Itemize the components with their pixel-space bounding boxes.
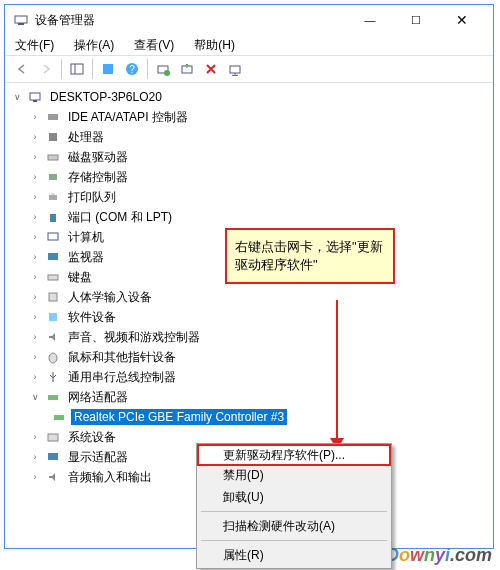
system-icon [45,429,61,445]
tree-node[interactable]: ›声音、视频和游戏控制器 [7,327,491,347]
svg-rect-1 [18,23,24,25]
help-button[interactable]: ? [121,58,143,80]
svg-rect-4 [103,64,113,74]
svg-rect-16 [49,174,57,180]
port-icon [45,209,61,225]
expand-icon[interactable]: › [29,352,41,362]
back-button[interactable] [11,58,33,80]
menu-view[interactable]: 查看(V) [130,36,178,55]
tree-node[interactable]: ›端口 (COM 和 LPT) [7,207,491,227]
tree-node[interactable]: ›存储控制器 [7,167,491,187]
svg-rect-14 [49,133,57,141]
titlebar[interactable]: 设备管理器 — ☐ ✕ [5,5,493,35]
svg-rect-26 [48,395,58,400]
tree-label: 存储控制器 [65,168,131,187]
forward-button[interactable] [35,58,57,80]
expand-icon[interactable]: › [29,212,41,222]
tree-node[interactable]: ›通用串行总线控制器 [7,367,491,387]
tree-node[interactable]: ›打印队列 [7,187,491,207]
tree-label: 磁盘驱动器 [65,148,131,167]
disable-button[interactable] [224,58,246,80]
svg-rect-29 [48,453,58,460]
close-button[interactable]: ✕ [439,5,485,35]
ctx-update-driver[interactable]: 更新驱动程序软件(P)... [197,444,391,466]
ctx-disable[interactable]: 禁用(D) [199,464,389,486]
ide-icon [45,109,61,125]
disk-icon [45,149,61,165]
tree-node-network[interactable]: ∨网络适配器 [7,387,491,407]
properties-button[interactable] [97,58,119,80]
tree-label: 打印队列 [65,188,119,207]
expand-icon[interactable]: › [29,292,41,302]
expand-icon[interactable]: › [29,312,41,322]
menu-action[interactable]: 操作(A) [70,36,118,55]
tree-node[interactable]: ›磁盘驱动器 [7,147,491,167]
tree-label-selected: Realtek PCIe GBE Family Controller #3 [71,409,287,425]
separator [201,511,387,512]
expand-icon[interactable]: › [29,432,41,442]
svg-rect-20 [48,233,58,240]
svg-rect-10 [230,66,240,73]
display-icon [45,449,61,465]
uninstall-button[interactable] [200,58,222,80]
tree-node[interactable]: ›人体学输入设备 [7,287,491,307]
separator [92,59,93,79]
expand-icon[interactable]: › [29,272,41,282]
expand-icon[interactable]: › [29,132,41,142]
svg-rect-2 [71,64,83,74]
usb-icon [45,369,61,385]
expand-icon[interactable]: › [29,112,41,122]
ctx-uninstall[interactable]: 卸载(U) [199,486,389,508]
tree-node[interactable]: ›处理器 [7,127,491,147]
collapse-icon[interactable]: ∨ [11,92,23,102]
tree-node[interactable]: ›IDE ATA/ATAPI 控制器 [7,107,491,127]
expand-icon[interactable]: › [29,192,41,202]
svg-rect-21 [48,253,58,260]
expand-icon[interactable]: › [29,332,41,342]
watermark: Downyi.com [386,545,492,566]
expand-icon[interactable]: › [29,372,41,382]
network-icon [45,389,61,405]
keyboard-icon [45,269,61,285]
ctx-scan[interactable]: 扫描检测硬件改动(A) [199,515,389,537]
device-tree[interactable]: ∨ DESKTOP-3P6LO20 ›IDE ATA/ATAPI 控制器 ›处理… [5,83,493,491]
sound-icon [45,329,61,345]
tree-root[interactable]: ∨ DESKTOP-3P6LO20 [7,87,491,107]
update-driver-button[interactable] [176,58,198,80]
svg-rect-12 [33,100,37,102]
expand-icon[interactable]: › [29,472,41,482]
expand-icon[interactable]: › [29,152,41,162]
svg-point-8 [164,70,170,76]
maximize-button[interactable]: ☐ [393,5,439,35]
tree-leaf-selected[interactable]: Realtek PCIe GBE Family Controller #3 [7,407,491,427]
tree-label: 通用串行总线控制器 [65,368,179,387]
hid-icon [45,289,61,305]
tree-root-label: DESKTOP-3P6LO20 [47,89,165,105]
expand-icon[interactable]: › [29,452,41,462]
show-hide-tree-button[interactable] [66,58,88,80]
minimize-button[interactable]: — [347,5,393,35]
collapse-icon[interactable]: ∨ [29,392,41,402]
tree-label: 鼠标和其他指针设备 [65,348,179,367]
svg-rect-24 [49,313,57,321]
tree-label: 音频输入和输出 [65,468,155,487]
expand-icon[interactable]: › [29,232,41,242]
tree-node[interactable]: ›软件设备 [7,307,491,327]
scan-hardware-button[interactable] [152,58,174,80]
tree-label: 人体学输入设备 [65,288,155,307]
computer-icon [27,89,43,105]
ctx-properties[interactable]: 属性(R) [199,544,389,566]
tree-node[interactable]: ›鼠标和其他指针设备 [7,347,491,367]
expand-icon[interactable]: › [29,172,41,182]
instruction-callout: 右键点击网卡，选择"更新驱动程序软件" [225,228,395,284]
svg-rect-15 [48,155,58,160]
tree-label: 软件设备 [65,308,119,327]
expand-icon[interactable]: › [29,252,41,262]
menu-help[interactable]: 帮助(H) [190,36,239,55]
toolbar: ? [5,55,493,83]
menu-file[interactable]: 文件(F) [11,36,58,55]
tree-label: 网络适配器 [65,388,131,407]
mouse-icon [45,349,61,365]
svg-rect-28 [48,434,58,441]
audio-icon [45,469,61,485]
